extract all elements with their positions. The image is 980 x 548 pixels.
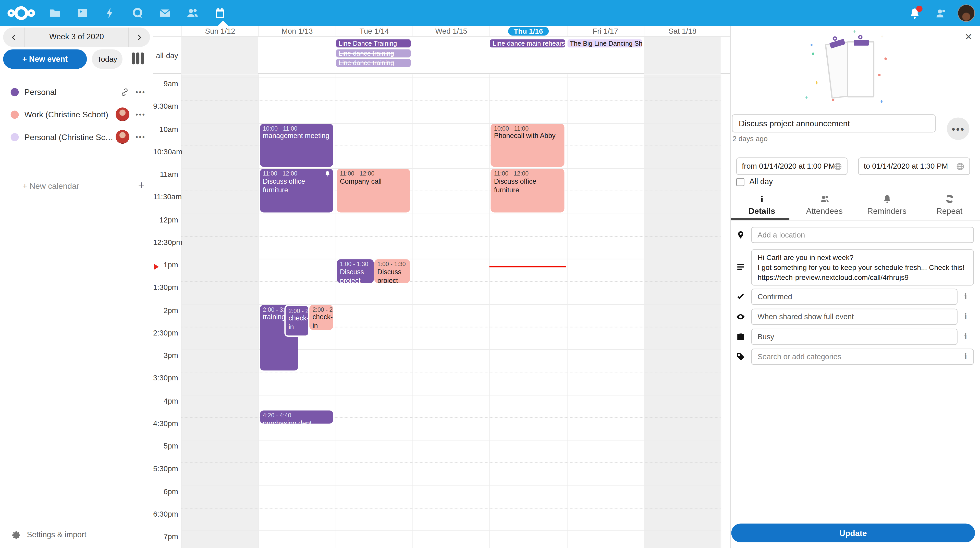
mail-icon[interactable]: [151, 0, 179, 26]
event-discuss-office-furniture[interactable]: 11:00 - 12:00Discuss office furniture: [260, 168, 333, 212]
half-hour-gridline: [181, 100, 721, 100]
new-calendar-button[interactable]: + New calendar +: [0, 174, 153, 197]
settings-label: Settings & import: [27, 531, 86, 539]
categories-input[interactable]: [751, 349, 974, 365]
day-header-fri[interactable]: Fri 1/17: [566, 26, 644, 36]
close-icon[interactable]: ✕: [965, 32, 973, 41]
previous-week-button[interactable]: [3, 27, 24, 47]
busy-value: Busy: [757, 332, 774, 341]
busy-info-icon[interactable]: i: [961, 332, 970, 341]
calendar-item-personal[interactable]: Personal •••: [0, 81, 153, 103]
event-phonecall-with-abby[interactable]: 10:00 - 11:00Phonecall with Abby: [491, 124, 564, 167]
event-time: 2:00 - 2:45: [289, 307, 305, 315]
new-event-button[interactable]: + New event: [3, 49, 87, 68]
all-day-column[interactable]: [258, 37, 335, 73]
time-label: 10am: [153, 125, 178, 133]
all-day-event[interactable]: The Big Line Dancing Show: [567, 39, 642, 48]
event-company-call[interactable]: 11:00 - 12:00Company call: [337, 168, 410, 212]
owner-avatar: [116, 130, 129, 144]
event-discuss-project[interactable]: 1:00 - 1:30Discuss project: [374, 259, 410, 283]
end-datetime-field[interactable]: to 01/14/2020 at 1:30 PM: [858, 157, 970, 175]
more-actions-button[interactable]: ●●●: [947, 118, 969, 140]
tab-repeat[interactable]: Repeat: [918, 190, 980, 220]
nextcloud-logo[interactable]: [7, 6, 35, 21]
files-icon[interactable]: [41, 0, 69, 26]
calendar-menu-icon[interactable]: •••: [135, 110, 145, 118]
calendar-item-work-christine[interactable]: Work (Christine Schott) •••: [0, 103, 153, 125]
all-day-event[interactable]: Line Dance Training: [336, 39, 411, 48]
event-discuss-project-announcement[interactable]: 1:00 - 1:30Discuss project announcement: [337, 259, 374, 283]
start-datetime-field[interactable]: from 01/14/2020 at 1:00 PM: [736, 157, 848, 175]
active-app-indicator: [218, 21, 229, 26]
share-link-icon[interactable]: [120, 87, 129, 97]
time-label: 4pm: [153, 397, 178, 405]
location-input[interactable]: [751, 227, 974, 243]
checkbox-box[interactable]: [736, 178, 745, 186]
all-day-event[interactable]: Line dance training: [336, 59, 411, 67]
notifications-bell-icon[interactable]: [905, 4, 924, 22]
description-textarea[interactable]: Hi Carl! are you in next week? I got som…: [751, 249, 974, 286]
event-editor-panel: ✕ + + + ●●● 2 days ago from 01/14/2020 a…: [730, 26, 980, 548]
day-header-thu[interactable]: Thu 1/16: [490, 26, 566, 36]
contacts-icon[interactable]: [179, 0, 206, 26]
event-title: Discuss project announcement: [340, 268, 370, 283]
view-switcher-icon[interactable]: [132, 52, 144, 65]
day-column[interactable]: 10:00 - 11:00management meeting11:00 - 1…: [258, 74, 335, 548]
all-day-event[interactable]: Line dance main rehearsal: [490, 39, 565, 48]
event-title-input[interactable]: [732, 114, 935, 132]
busy-select[interactable]: Busy: [751, 329, 958, 345]
day-column[interactable]: 10:00 - 11:00Phonecall with Abby11:00 - …: [490, 74, 566, 548]
all-day-checkbox-label: All day: [749, 178, 773, 186]
all-day-column[interactable]: [644, 37, 721, 73]
event-check-in[interactable]: 2:00 - 2:45check-in: [284, 305, 309, 337]
event-title: Discuss office furniture: [494, 177, 561, 194]
day-header-wed[interactable]: Wed 1/15: [412, 26, 490, 36]
tab-attendees[interactable]: Attendees: [793, 190, 856, 220]
timezone-globe-icon[interactable]: [956, 162, 964, 170]
photos-icon[interactable]: [68, 0, 96, 26]
today-button[interactable]: Today: [92, 49, 123, 68]
activity-icon[interactable]: [96, 0, 124, 26]
all-day-checkbox[interactable]: All day: [736, 178, 773, 186]
hour-gridline: [181, 168, 721, 168]
week-label[interactable]: Week 3 of 2020: [24, 27, 129, 47]
next-week-button[interactable]: [129, 27, 150, 47]
event-time: 10:00 - 11:00: [494, 125, 561, 132]
calendar-menu-icon[interactable]: •••: [135, 133, 145, 141]
talk-icon[interactable]: [124, 0, 151, 26]
hour-gridline: [181, 531, 721, 531]
all-day-event[interactable]: Line dance training: [336, 49, 411, 57]
all-day-column[interactable]: [412, 37, 490, 73]
settings-import-button[interactable]: Settings & import: [0, 527, 153, 543]
contacts-menu-icon[interactable]: [931, 4, 950, 22]
editor-tabs: i Details Attendees Reminders Repeat: [731, 190, 980, 220]
event-check-in[interactable]: 2:00 - 2:30check-in: [309, 305, 333, 330]
day-header-mon[interactable]: Mon 1/13: [258, 26, 335, 36]
visibility-select[interactable]: When shared show full event: [751, 309, 958, 325]
all-day-column[interactable]: The Big Line Dancing Show: [566, 37, 644, 73]
day-header-tue[interactable]: Tue 1/14: [335, 26, 412, 36]
event-time: 1:00 - 1:30: [340, 260, 370, 268]
event-purchasing-dept[interactable]: 4:20 - 4:40purchasing dept: [260, 410, 333, 424]
week-navigation: Week 3 of 2020: [3, 27, 150, 47]
categories-info-icon[interactable]: i: [961, 352, 970, 361]
time-label: 7pm: [153, 532, 178, 541]
all-day-column[interactable]: Line Dance TrainingLine dance trainingLi…: [335, 37, 412, 73]
day-header-sat[interactable]: Sat 1/18: [644, 26, 721, 36]
tab-reminders[interactable]: Reminders: [856, 190, 918, 220]
all-day-column[interactable]: Line dance main rehearsal: [490, 37, 566, 73]
visibility-info-icon[interactable]: i: [961, 312, 970, 321]
day-header-sun[interactable]: Sun 1/12: [181, 26, 258, 36]
event-discuss-office-furniture[interactable]: 11:00 - 12:00Discuss office furniture: [491, 168, 564, 212]
status-select[interactable]: Confirmed: [751, 289, 958, 305]
user-avatar[interactable]: [958, 4, 975, 22]
tab-details[interactable]: i Details: [731, 190, 793, 220]
timezone-globe-icon[interactable]: [834, 162, 842, 170]
end-datetime-value: to 01/14/2020 at 1:30 PM: [864, 162, 956, 170]
update-button[interactable]: Update: [731, 524, 975, 542]
status-info-icon[interactable]: i: [961, 292, 970, 301]
event-management-meeting[interactable]: 10:00 - 11:00management meeting: [260, 124, 333, 167]
all-day-column[interactable]: [181, 37, 258, 73]
calendar-menu-icon[interactable]: •••: [135, 88, 145, 95]
calendar-item-personal-christine[interactable]: Personal (Christine Scho... •••: [0, 125, 153, 148]
